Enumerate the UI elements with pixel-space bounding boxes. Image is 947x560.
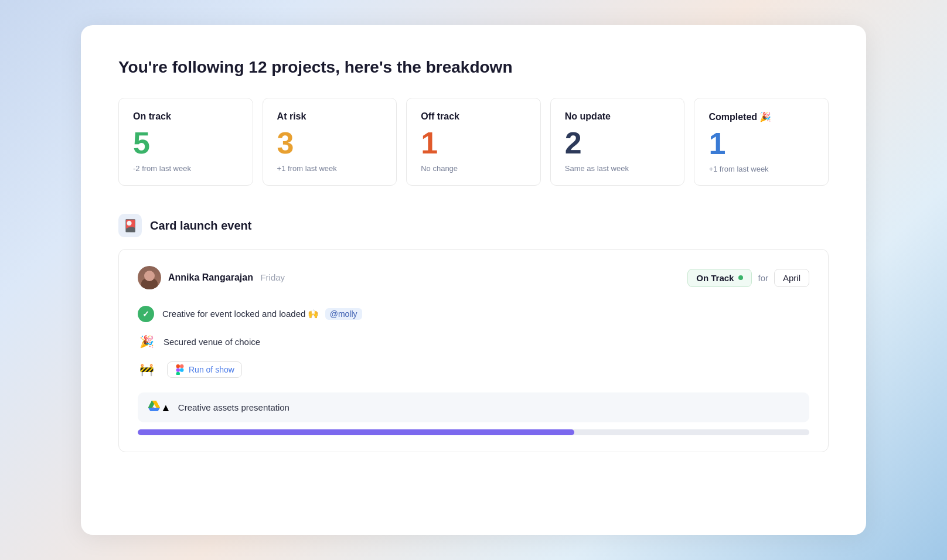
stat-number-off-track: 1 — [421, 128, 526, 158]
status-dot-icon — [738, 275, 743, 280]
svg-rect-2 — [176, 368, 180, 371]
author-name: Annika Rangarajan — [168, 272, 253, 282]
run-of-show-link[interactable]: Run of show — [167, 361, 242, 378]
section-header: 🎴 Card launch event — [118, 214, 829, 237]
page-title: You're following 12 projects, here's the… — [118, 58, 829, 77]
stat-change-no-update: Same as last week — [565, 164, 670, 173]
stat-change-at-risk: +1 from last week — [277, 164, 383, 173]
svg-rect-0 — [176, 364, 180, 368]
update-item-creative: Creative for event locked and loaded 🙌 @… — [138, 306, 809, 322]
construction-icon: 🚧 — [138, 361, 155, 378]
svg-point-4 — [180, 368, 183, 371]
update-item-run: 🚧 Run of show — [138, 361, 809, 378]
mention-molly[interactable]: @molly — [325, 308, 362, 320]
stat-card-on-track[interactable]: On track 5 -2 from last week — [118, 98, 253, 186]
update-author: Annika Rangarajan Friday — [138, 266, 285, 289]
stat-number-at-risk: 3 — [277, 128, 383, 158]
section-title: Card launch event — [150, 219, 251, 233]
month-badge[interactable]: April — [774, 269, 809, 287]
stat-number-completed: 1 — [708, 128, 814, 159]
main-card: You're following 12 projects, here's the… — [81, 25, 866, 535]
update-item-venue: 🎉 Secured venue of choice — [138, 333, 809, 350]
asset-name: Creative assets presentation — [178, 402, 289, 412]
party-icon: 🎉 — [138, 333, 155, 350]
status-badge[interactable]: On Track — [687, 269, 752, 287]
stat-label-off-track: Off track — [421, 111, 526, 122]
svg-marker-9 — [148, 401, 152, 408]
stat-card-off-track[interactable]: Off track 1 No change — [406, 98, 541, 186]
progress-bar-container — [138, 429, 809, 435]
progress-bar-fill — [138, 429, 574, 435]
stat-label-on-track: On track — [133, 111, 239, 122]
stat-change-off-track: No change — [421, 164, 526, 173]
for-label: for — [758, 273, 768, 283]
stat-label-at-risk: At risk — [277, 111, 383, 122]
status-group: On Track for April — [687, 269, 809, 287]
stat-card-no-update[interactable]: No update 2 Same as last week — [550, 98, 685, 186]
run-of-show-text: Run of show — [189, 365, 234, 374]
stat-change-on-track: -2 from last week — [133, 164, 239, 173]
stat-card-at-risk[interactable]: At risk 3 +1 from last week — [263, 98, 397, 186]
svg-marker-11 — [148, 408, 160, 411]
figma-icon — [175, 364, 185, 375]
stat-number-no-update: 2 — [565, 128, 670, 158]
update-card: Annika Rangarajan Friday On Track for Ap… — [118, 249, 829, 452]
avatar — [138, 266, 161, 289]
asset-row[interactable]: ▲ Creative assets presentation — [138, 392, 809, 422]
update-items: Creative for event locked and loaded 🙌 @… — [138, 306, 809, 378]
svg-rect-3 — [176, 372, 180, 375]
author-day: Friday — [260, 272, 285, 282]
stat-card-completed[interactable]: Completed 🎉 1 +1 from last week — [694, 98, 829, 186]
svg-rect-1 — [180, 364, 183, 368]
item-text-creative: Creative for event locked and loaded 🙌 @… — [162, 309, 362, 319]
item-text-venue: Secured venue of choice — [163, 337, 260, 347]
check-circle-icon — [138, 306, 154, 322]
status-text: On Track — [696, 273, 734, 283]
stat-label-no-update: No update — [565, 111, 670, 122]
stat-label-completed: Completed 🎉 — [708, 111, 814, 122]
gdrive-icon: ▲ — [148, 401, 171, 414]
stats-row: On track 5 -2 from last week At risk 3 +… — [118, 98, 829, 186]
stat-number-on-track: 5 — [133, 128, 239, 158]
stat-change-completed: +1 from last week — [708, 165, 814, 173]
section-icon: 🎴 — [118, 214, 142, 237]
update-header: Annika Rangarajan Friday On Track for Ap… — [138, 266, 809, 289]
